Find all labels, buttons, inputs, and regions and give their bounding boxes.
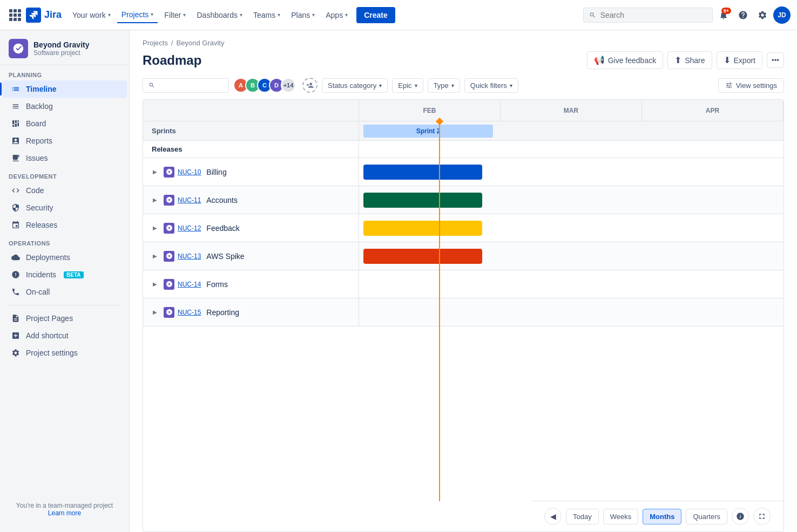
quick-filters[interactable]: Quick filters ▾: [464, 78, 518, 93]
sidebar-item-reports[interactable]: Reports: [2, 132, 127, 149]
logo-icon: [26, 8, 41, 23]
issue-expand-NUC-10[interactable]: ▶: [150, 167, 160, 178]
nav-plans[interactable]: Plans ▾: [287, 8, 319, 23]
sidebar-item-project-settings[interactable]: Project settings: [2, 344, 127, 362]
nav-filter[interactable]: Filter ▾: [160, 8, 190, 23]
sidebar-item-incidents[interactable]: Incidents BETA: [2, 266, 127, 283]
issue-id-NUC-15[interactable]: NUC-15: [178, 309, 201, 316]
sidebar-item-security[interactable]: Security: [2, 199, 127, 216]
share-button[interactable]: ⬆ Share: [667, 51, 712, 69]
user-avatar[interactable]: JD: [773, 6, 791, 24]
expand-button[interactable]: [753, 508, 771, 525]
add-assignee-button[interactable]: [302, 78, 318, 93]
sidebar-item-code-label: Code: [26, 186, 44, 195]
gantt-bar-NUC-10[interactable]: [363, 165, 482, 180]
sprint-bar[interactable]: Sprint 2: [363, 125, 493, 138]
issue-icon-NUC-14: [164, 279, 174, 290]
gantt-bar-NUC-12[interactable]: [363, 221, 482, 236]
breadcrumb-projects-link[interactable]: Projects: [143, 39, 168, 47]
issue-expand-NUC-12[interactable]: ▶: [150, 223, 160, 234]
nav-dashboards[interactable]: Dashboards ▾: [192, 8, 247, 23]
app-switcher-button[interactable]: [6, 6, 24, 24]
issue-icon-NUC-12: [164, 223, 174, 234]
type-filter[interactable]: Type ▾: [428, 78, 460, 93]
help-icon: [738, 10, 748, 20]
sidebar-item-releases[interactable]: Releases: [2, 216, 127, 234]
info-button[interactable]: [732, 508, 749, 525]
expand-icon: [758, 512, 766, 521]
sidebar-item-board-label: Board: [26, 119, 46, 128]
settings-button[interactable]: [754, 6, 771, 24]
project-type: Software project: [33, 49, 89, 57]
project-name: Beyond Gravity: [33, 40, 89, 49]
issue-left-3: ▶ NUC-13 AWS Spike: [143, 242, 359, 270]
bottom-bar: ◀ Today Weeks Months Quarters: [531, 501, 784, 531]
sidebar-item-code[interactable]: Code: [2, 182, 127, 199]
roadmap-search[interactable]: [143, 78, 229, 93]
project-info[interactable]: Beyond Gravity Software project: [0, 30, 129, 65]
sidebar-item-deployments[interactable]: Deployments: [2, 249, 127, 266]
issue-id-NUC-13[interactable]: NUC-13: [178, 253, 201, 260]
sidebar-item-oncall[interactable]: On-call: [2, 283, 127, 301]
sidebar-item-add-shortcut[interactable]: Add shortcut: [2, 327, 127, 344]
issue-name-NUC-15: Reporting: [206, 308, 239, 317]
weeks-button[interactable]: Weeks: [603, 509, 639, 524]
quarters-button[interactable]: Quarters: [686, 509, 727, 524]
issue-right-1: [359, 186, 784, 214]
issues-icon: [11, 153, 21, 163]
issue-id-NUC-14[interactable]: NUC-14: [178, 281, 201, 288]
export-button[interactable]: ⬇ Export: [717, 51, 762, 69]
give-feedback-button[interactable]: 📢 Give feedback: [587, 51, 664, 69]
sidebar-item-board[interactable]: Board: [2, 115, 127, 132]
issue-row: ▶ NUC-13 AWS Spike: [143, 242, 784, 270]
today-button[interactable]: Today: [566, 509, 599, 524]
learn-more-link[interactable]: Learn more: [48, 509, 81, 517]
nav-apps[interactable]: Apps ▾: [321, 8, 352, 23]
jira-logo[interactable]: Jira: [26, 8, 62, 23]
grid-icon: [9, 9, 21, 21]
avatar-count[interactable]: +14: [281, 78, 296, 93]
sidebar-item-backlog[interactable]: Backlog: [2, 98, 127, 115]
sidebar-item-timeline[interactable]: Timeline: [2, 80, 127, 98]
deployments-icon: [11, 253, 21, 262]
sidebar-item-security-label: Security: [26, 203, 53, 212]
issue-id-NUC-10[interactable]: NUC-10: [178, 168, 201, 176]
nav-teams[interactable]: Teams ▾: [249, 8, 285, 23]
issue-left-1: ▶ NUC-11 Accounts: [143, 186, 359, 214]
notifications-button[interactable]: 9+: [715, 6, 732, 24]
reports-icon: [11, 136, 21, 146]
more-button[interactable]: •••: [767, 52, 784, 68]
roadmap-search-input[interactable]: [158, 81, 223, 90]
help-button[interactable]: [734, 6, 752, 24]
epic-filter[interactable]: Epic ▾: [392, 78, 423, 93]
issue-id-NUC-11[interactable]: NUC-11: [178, 196, 201, 204]
issue-name-NUC-10: Billing: [206, 168, 226, 176]
issue-name-NUC-13: AWS Spike: [206, 252, 244, 261]
issue-right-2: [359, 214, 784, 242]
dev-section-label: DEVELOPMENT: [0, 167, 129, 182]
prev-arrow[interactable]: ◀: [544, 508, 562, 525]
sidebar-item-issues[interactable]: Issues: [2, 149, 127, 167]
issue-icon-NUC-11: [164, 195, 174, 206]
search-box[interactable]: [583, 8, 713, 23]
nav-projects[interactable]: Projects ▾: [117, 7, 158, 23]
nav-your-work[interactable]: Your work ▾: [68, 8, 115, 23]
create-button[interactable]: Create: [356, 7, 395, 23]
assignee-filter: A B C D +14: [233, 78, 296, 93]
issue-expand-NUC-14[interactable]: ▶: [150, 279, 160, 290]
status-category-filter[interactable]: Status category ▾: [322, 78, 388, 93]
gantt-bar-NUC-13[interactable]: [363, 249, 482, 264]
breadcrumb-project-name-link[interactable]: Beyond Gravity: [177, 39, 225, 47]
sprint-row: Sprints Sprint 2: [143, 121, 784, 141]
notification-badge: 9+: [721, 8, 731, 14]
issue-id-NUC-12[interactable]: NUC-12: [178, 224, 201, 232]
gantt-bar-NUC-11[interactable]: [363, 193, 482, 208]
issue-expand-NUC-11[interactable]: ▶: [150, 195, 160, 206]
issue-expand-NUC-13[interactable]: ▶: [150, 251, 160, 262]
search-input[interactable]: [600, 11, 707, 19]
issue-expand-NUC-15[interactable]: ▶: [150, 307, 160, 318]
view-settings-button[interactable]: View settings: [718, 78, 784, 93]
sidebar-item-timeline-label: Timeline: [26, 85, 57, 93]
months-button[interactable]: Months: [643, 509, 681, 524]
sidebar-item-project-pages[interactable]: Project Pages: [2, 310, 127, 327]
